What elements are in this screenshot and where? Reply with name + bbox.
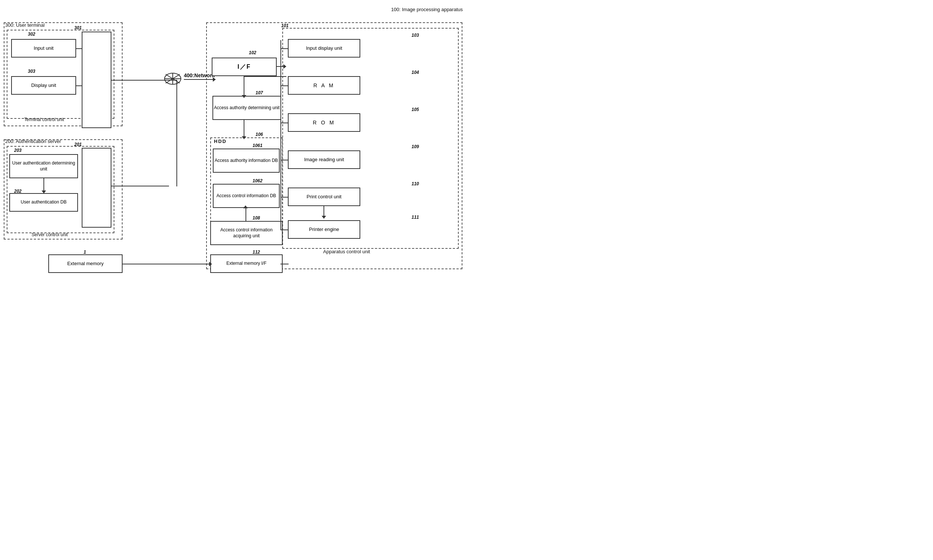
access-control-info-db-label: Access control information DB — [217, 193, 276, 199]
image-reading-unit-box: Image reading unit — [288, 151, 360, 169]
user-auth-determining-box: User authentication determining unit — [9, 154, 78, 178]
user-auth-determining-label: User authentication determining unit — [10, 160, 77, 172]
ref-1061: 1061 — [252, 143, 263, 148]
apparatus-left-line — [280, 40, 281, 230]
network-label: 400:Network — [184, 72, 215, 78]
if-label: I／F — [237, 63, 251, 71]
line-ram — [280, 85, 288, 86]
line-printer-engine — [280, 229, 288, 230]
input-unit-box: Input unit — [11, 39, 76, 58]
display-unit-label: Display unit — [31, 82, 56, 89]
line-input-display — [280, 48, 288, 49]
line-if-to-aad-h — [244, 76, 286, 77]
external-memory-if-box: External memory I/F — [210, 254, 283, 273]
access-authority-info-db-box: Access authority information DB — [213, 149, 280, 173]
ram-box: R A M — [288, 76, 360, 95]
line-if-apparatus — [277, 66, 281, 67]
ref-109: 109 — [411, 144, 419, 149]
apparatus-control-unit-label: Apparatus control unit — [323, 249, 370, 254]
terminal-control-unit-bar — [82, 32, 111, 128]
arrow-to-aad — [244, 95, 245, 96]
auth-server-outer-label: 200: Authentication server — [5, 138, 61, 144]
line-input-ctrl — [76, 48, 82, 49]
access-authority-info-db-label: Access authority information DB — [215, 158, 278, 164]
user-auth-db-label: User authentication DB — [21, 199, 66, 205]
line-image-reading — [280, 160, 288, 160]
input-unit-label: Input unit — [34, 45, 54, 52]
access-authority-determining-box: Access authority determining unit — [212, 96, 281, 120]
arrow-auth-to-db — [43, 178, 44, 191]
line-extif-right — [280, 264, 289, 265]
user-terminal-outer-label: 300: User terminal — [5, 22, 45, 28]
external-memory-box: External memory — [48, 254, 123, 273]
server-control-unit-bar — [82, 148, 111, 228]
arrow-print-to-engine — [323, 206, 324, 217]
input-display-unit-label: Input display unit — [306, 45, 342, 52]
access-control-acquiring-label: Access control information acquiring uni… — [211, 227, 282, 239]
print-control-unit-label: Print control unit — [307, 194, 342, 200]
network-symbol — [163, 71, 182, 85]
apparatus-control-unit-box — [282, 28, 459, 249]
ram-label: R A M — [314, 82, 335, 89]
line-rom — [280, 123, 288, 123]
ref-203: 203 — [14, 148, 22, 153]
ref-1062: 1062 — [252, 178, 263, 183]
rom-label: R O M — [313, 119, 335, 126]
rom-box: R O M — [288, 113, 360, 132]
ref-105: 105 — [411, 107, 419, 112]
arrow-up-to-db — [243, 205, 248, 208]
ref-103: 103 — [411, 33, 419, 38]
ref-302: 302 — [28, 32, 35, 37]
arrow-aad-to-hdd — [244, 120, 245, 137]
ref-106: 106 — [256, 132, 263, 137]
terminal-control-unit-label: Terminal control unit — [24, 117, 64, 122]
line-acquiring-to-db — [245, 207, 246, 221]
ref-301: 301 — [74, 25, 82, 31]
line-authserver-network-h — [111, 186, 169, 186]
access-authority-determining-label: Access authority determining unit — [214, 105, 280, 111]
printer-engine-box: Printer engine — [288, 220, 360, 239]
external-memory-label: External memory — [67, 261, 104, 267]
ref-108: 108 — [252, 215, 260, 221]
user-auth-db-box: User authentication DB — [9, 193, 78, 212]
line-print-control — [280, 197, 288, 198]
display-unit-box: Display unit — [11, 76, 76, 95]
ref-110: 110 — [411, 181, 419, 186]
server-control-unit-label: Server control unit — [32, 232, 68, 237]
if-box: I／F — [212, 58, 277, 76]
ref-303: 303 — [28, 69, 35, 74]
image-reading-unit-label: Image reading unit — [304, 157, 344, 163]
access-control-acquiring-box: Access control information acquiring uni… — [210, 221, 283, 245]
print-control-unit-box: Print control unit — [288, 188, 360, 206]
diagram: 100: Image processing apparatus Apparatu… — [0, 0, 466, 280]
line-display-ctrl — [76, 85, 82, 86]
access-control-info-db-box: Access control information DB — [213, 184, 280, 208]
arrow-extmem-to-if — [123, 264, 210, 265]
hdd-label: HDD — [214, 138, 226, 144]
line-if-down — [244, 76, 245, 97]
ref-104: 104 — [411, 70, 419, 75]
arrow-network-if — [184, 79, 214, 80]
ref-1: 1 — [83, 249, 86, 255]
line-authserver-network-v — [176, 80, 177, 186]
printer-engine-label: Printer engine — [309, 226, 339, 233]
ref-201: 201 — [74, 142, 82, 147]
ref-111: 111 — [411, 215, 419, 220]
ref-107: 107 — [256, 90, 263, 95]
external-memory-if-label: External memory I/F — [226, 261, 266, 267]
image-processing-apparatus-label: 100: Image processing apparatus — [391, 7, 463, 12]
input-display-unit-box: Input display unit — [288, 39, 360, 58]
ref-101: 101 — [281, 23, 289, 28]
ref-112: 112 — [252, 249, 260, 255]
ref-102: 102 — [249, 50, 256, 55]
